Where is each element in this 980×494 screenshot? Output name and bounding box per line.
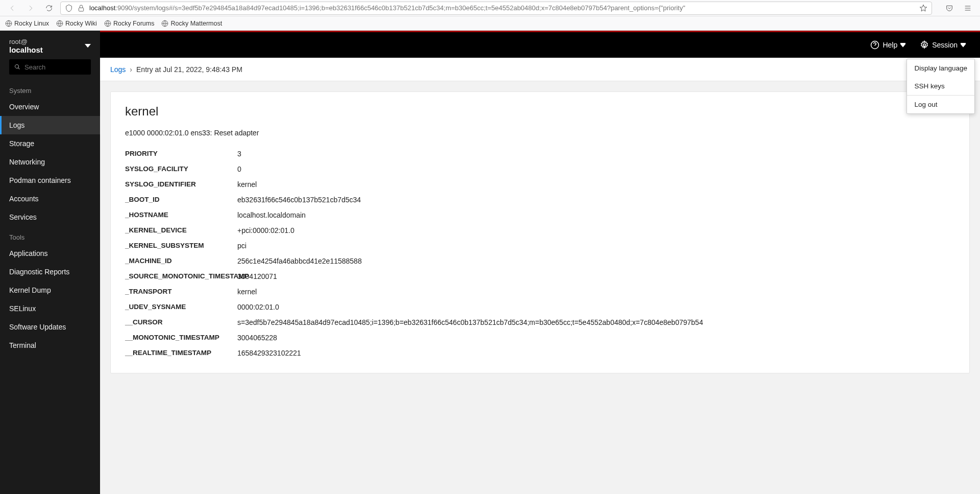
bookmark-item[interactable]: Rocky Forums	[104, 20, 155, 27]
detail-key: __CURSOR	[125, 318, 237, 326]
lock-icon	[77, 4, 85, 12]
help-icon	[870, 40, 879, 50]
help-button[interactable]: Help	[865, 36, 911, 54]
session-dropdown: Display languageSSH keysLog out	[906, 59, 975, 114]
detail-value: 1658429323102221	[237, 349, 955, 357]
sidebar: root@ localhost SystemOverviewLogsStorag…	[0, 31, 100, 494]
main-area: Help Session Display languageSSH keysLog…	[100, 31, 980, 494]
detail-value: kernel	[237, 288, 955, 296]
topbar: Help Session Display languageSSH keysLog…	[100, 32, 980, 58]
log-entry-card: kernel e1000 0000:02:01.0 ens33: Reset a…	[110, 91, 970, 373]
nav-item-applications[interactable]: Applications	[0, 244, 100, 263]
detail-row: _KERNEL_SUBSYSTEMpci	[125, 238, 955, 253]
session-menu-log-out[interactable]: Log out	[907, 96, 974, 113]
detail-row: __CURSORs=3edf5b7e294845a18a84d97ecad104…	[125, 315, 955, 330]
nav-item-overview[interactable]: Overview	[0, 98, 100, 116]
detail-row: SYSLOG_IDENTIFIERkernel	[125, 177, 955, 192]
chevron-down-icon	[85, 44, 91, 48]
detail-value: +pci:0000:02:01.0	[237, 226, 955, 234]
detail-row: __REALTIME_TIMESTAMP1658429323102221	[125, 345, 955, 361]
detail-row: _TRANSPORTkernel	[125, 284, 955, 299]
nav-item-selinux[interactable]: SELinux	[0, 299, 100, 318]
hamburger-menu-icon[interactable]	[961, 1, 975, 15]
detail-key: __REALTIME_TIMESTAMP	[125, 349, 237, 357]
gear-icon	[920, 40, 929, 50]
host-selector[interactable]: root@ localhost	[0, 31, 100, 59]
nav-section-label: System	[0, 80, 100, 98]
detail-key: SYSLOG_IDENTIFIER	[125, 180, 237, 189]
bookmark-item[interactable]: Rocky Wiki	[56, 20, 97, 27]
nav-item-terminal[interactable]: Terminal	[0, 336, 100, 355]
detail-key: _KERNEL_SUBSYSTEM	[125, 242, 237, 250]
detail-row: PRIORITY3	[125, 146, 955, 161]
detail-value: 3004065228	[237, 334, 955, 342]
detail-value: 0000:02:01.0	[237, 303, 955, 311]
back-button[interactable]	[5, 1, 19, 15]
bookmark-item[interactable]: Rocky Linux	[5, 20, 49, 27]
detail-row: __MONOTONIC_TIMESTAMP3004065228	[125, 330, 955, 345]
url-bar[interactable]: localhost:9090/system/logs#/s=3edf5b7e29…	[60, 2, 932, 15]
bookmark-star-icon[interactable]	[919, 4, 927, 12]
bookmarks-toolbar: Rocky LinuxRocky WikiRocky ForumsRocky M…	[0, 16, 980, 31]
nav-item-kernel-dump[interactable]: Kernel Dump	[0, 281, 100, 299]
detail-row: _BOOT_IDeb32631f66c546c0b137b521cb7d5c34	[125, 192, 955, 207]
nav-item-storage[interactable]: Storage	[0, 134, 100, 153]
nav-item-podman-containers[interactable]: Podman containers	[0, 171, 100, 190]
session-menu-ssh-keys[interactable]: SSH keys	[907, 77, 974, 95]
svg-point-6	[923, 44, 926, 46]
detail-key: _UDEV_SYSNAME	[125, 303, 237, 311]
nav-item-diagnostic-reports[interactable]: Diagnostic Reports	[0, 263, 100, 281]
detail-value: 3004120071	[237, 272, 955, 280]
nav-item-accounts[interactable]: Accounts	[0, 190, 100, 208]
detail-key: _BOOT_ID	[125, 196, 237, 204]
detail-value: s=3edf5b7e294845a18a84d97ecad10485;i=139…	[237, 318, 955, 326]
detail-key: _KERNEL_DEVICE	[125, 226, 237, 234]
detail-value: eb32631f66c546c0b137b521cb7d5c34	[237, 196, 955, 204]
browser-toolbar: localhost:9090/system/logs#/s=3edf5b7e29…	[0, 0, 980, 16]
search-input[interactable]	[24, 63, 86, 71]
log-detail-table: PRIORITY3SYSLOG_FACILITY0SYSLOG_IDENTIFI…	[125, 146, 955, 361]
url-text: localhost:9090/system/logs#/s=3edf5b7e29…	[89, 4, 915, 12]
log-entry-message: e1000 0000:02:01.0 ens33: Reset adapter	[125, 129, 955, 137]
sidebar-search[interactable]	[9, 59, 91, 75]
detail-row: _KERNEL_DEVICE+pci:0000:02:01.0	[125, 223, 955, 238]
svg-rect-0	[79, 8, 83, 11]
detail-key: __MONOTONIC_TIMESTAMP	[125, 334, 237, 342]
shield-icon	[65, 4, 73, 12]
detail-value: 256c1e4254fa46abbcd41e2e11588588	[237, 257, 955, 265]
session-menu-display-language[interactable]: Display language	[907, 59, 974, 77]
log-entry-title: kernel	[125, 104, 955, 119]
forward-button[interactable]	[23, 1, 38, 15]
session-button[interactable]: Session	[915, 36, 971, 54]
chevron-right-icon: ›	[130, 65, 132, 74]
detail-key: _TRANSPORT	[125, 288, 237, 296]
detail-key: _HOSTNAME	[125, 211, 237, 219]
detail-value: pci	[237, 242, 955, 250]
chevron-down-icon	[900, 40, 905, 50]
nav-item-logs[interactable]: Logs	[0, 116, 100, 134]
sidebar-host: localhost	[9, 45, 43, 54]
nav-item-software-updates[interactable]: Software Updates	[0, 318, 100, 336]
nav-item-services[interactable]: Services	[0, 208, 100, 226]
detail-key: PRIORITY	[125, 150, 237, 158]
nav-section-label: Tools	[0, 226, 100, 244]
reload-button[interactable]	[42, 1, 56, 15]
detail-value: 3	[237, 150, 955, 158]
detail-row: _SOURCE_MONOTONIC_TIMESTAMP3004120071	[125, 269, 955, 284]
detail-key: _SOURCE_MONOTONIC_TIMESTAMP	[125, 272, 237, 280]
search-icon	[14, 64, 20, 70]
detail-row: SYSLOG_FACILITY0	[125, 161, 955, 177]
breadcrumb: Logs › Entry at Jul 21, 2022, 9:48:43 PM	[100, 58, 980, 81]
chevron-down-icon	[961, 40, 966, 50]
breadcrumb-current: Entry at Jul 21, 2022, 9:48:43 PM	[136, 65, 242, 74]
detail-value: localhost.localdomain	[237, 211, 955, 219]
detail-key: SYSLOG_FACILITY	[125, 165, 237, 173]
detail-row: _HOSTNAMElocalhost.localdomain	[125, 207, 955, 223]
pocket-icon[interactable]	[942, 1, 957, 15]
detail-row: _MACHINE_ID256c1e4254fa46abbcd41e2e11588…	[125, 253, 955, 269]
breadcrumb-root-link[interactable]: Logs	[110, 65, 126, 74]
sidebar-user: root@	[9, 38, 43, 45]
nav-item-networking[interactable]: Networking	[0, 153, 100, 171]
detail-key: _MACHINE_ID	[125, 257, 237, 265]
bookmark-item[interactable]: Rocky Mattermost	[161, 20, 222, 27]
